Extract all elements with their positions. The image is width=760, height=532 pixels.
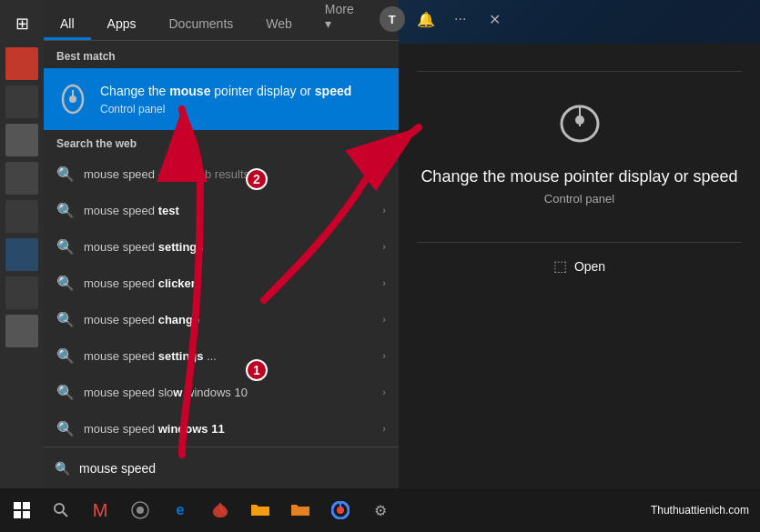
web-section-label: Search the web (44, 137, 399, 156)
left-sidebar: ⊞ (0, 0, 44, 488)
svg-point-9 (137, 507, 144, 514)
list-item[interactable]: 🔍 mouse speed test › (44, 192, 399, 228)
arrow-right-icon: › (382, 423, 386, 434)
tab-all[interactable]: All (44, 9, 91, 40)
web-item-text: mouse speed change (84, 313, 382, 326)
arrow-right-icon: › (382, 277, 386, 288)
search-icon: 🔍 (56, 274, 75, 292)
open-button[interactable]: ⬚ Open (544, 252, 614, 280)
svg-rect-5 (575, 115, 584, 125)
taskbar-icons: M e ⚙ (82, 492, 399, 528)
taskbar-search-icon[interactable] (44, 488, 78, 532)
open-icon: ⬚ (553, 257, 567, 275)
sidebar-icon-7[interactable] (5, 276, 38, 309)
open-label: Open (574, 259, 605, 274)
taskbar-chrome-icon[interactable] (322, 492, 359, 528)
taskbar-folder-icon[interactable] (242, 492, 279, 528)
close-icon[interactable]: ✕ (481, 5, 509, 33)
taskbar-mail-icon[interactable]: M (82, 492, 118, 528)
list-item[interactable]: 🔍 mouse speed slow windows 10 › (44, 374, 399, 410)
best-match-label: Best match (44, 50, 399, 68)
right-panel: Change the mouse pointer display or spee… (399, 44, 760, 488)
web-item-text: mouse speed slow windows 10 (84, 386, 382, 399)
web-item-text: mouse speed windows 11 (84, 422, 382, 436)
arrow-right-icon: › (382, 241, 386, 252)
svg-point-2 (69, 95, 76, 103)
arrow-right-icon: › (382, 314, 386, 325)
right-panel-subtitle: Control panel (544, 192, 614, 206)
search-input[interactable] (79, 461, 388, 476)
tab-web[interactable]: Web (249, 9, 309, 40)
taskbar-settings-icon[interactable]: ⚙ (362, 492, 399, 528)
best-match-control-panel-icon (56, 83, 89, 115)
best-match-title: Change the mouse pointer display or spee… (100, 83, 386, 99)
taskbar-right: Thuthuattienich.com (651, 504, 760, 517)
web-item-text: mouse speed settings ... (84, 349, 382, 363)
best-match-section: Best match Change the mouse pointer disp… (44, 41, 399, 130)
list-item[interactable]: 🔍 mouse speed change › (44, 301, 399, 337)
search-icon: 🔍 (56, 201, 75, 219)
taskbar-watermark: Thuthuattienich.com (651, 504, 749, 517)
arrow-right-icon: › (382, 386, 386, 397)
search-icon: 🔍 (56, 419, 75, 437)
web-item-text: mouse speed test (84, 204, 382, 217)
sidebar-icon-8[interactable] (5, 315, 38, 347)
arrow-right-icon: › (382, 205, 386, 216)
search-box: 🔍 (44, 447, 399, 488)
best-match-text: Change the mouse pointer display or spee… (100, 83, 386, 115)
badge-1: 1 (246, 359, 268, 381)
more-options-icon[interactable]: ··· (447, 5, 474, 33)
sidebar-home-icon[interactable]: ⊞ (2, 4, 42, 44)
tabs-right-area: T 🔔 ··· ✕ (370, 5, 518, 40)
list-item[interactable]: 🔍 mouse speed settings › (44, 228, 399, 265)
tab-more[interactable]: More ▾ (309, 0, 370, 40)
best-match-subtitle: Control panel (100, 103, 386, 115)
search-icon: 🔍 (56, 346, 75, 365)
tab-apps[interactable]: Apps (91, 9, 153, 40)
taskbar-icon-4[interactable] (202, 492, 238, 528)
sidebar-icon-3[interactable] (5, 124, 38, 156)
web-item-text: mouse speed clicker (84, 276, 382, 290)
list-item[interactable]: 🔍 mouse speed windows 11 › (44, 410, 399, 447)
best-match-item[interactable]: Change the mouse pointer display or spee… (44, 68, 399, 130)
search-icon: 🔍 (56, 165, 75, 183)
svg-point-11 (337, 507, 344, 514)
sidebar-icon-1[interactable] (5, 47, 38, 80)
search-box-icon: 🔍 (55, 461, 70, 476)
search-icon: 🔍 (56, 310, 75, 328)
taskbar-edge-icon[interactable]: e (162, 492, 198, 528)
web-item-text: mouse speed - See web results (84, 167, 382, 181)
search-panel: All Apps Documents Web More ▾ T 🔔 ··· ✕ … (44, 0, 399, 488)
taskbar: M e ⚙ Thuthuattienich.com (0, 488, 760, 532)
arrow-right-icon: › (382, 168, 386, 179)
web-section: Search the web 🔍 mouse speed - See web r… (44, 130, 399, 447)
list-item[interactable]: 🔍 mouse speed clicker › (44, 265, 399, 301)
user-avatar: T (380, 6, 405, 32)
list-item[interactable]: 🔍 mouse speed settings ... › (44, 337, 399, 374)
search-icon: 🔍 (56, 237, 75, 256)
top-divider (417, 71, 742, 72)
badge-2: 2 (246, 168, 268, 190)
tabs-bar: All Apps Documents Web More ▾ T 🔔 ··· ✕ (44, 0, 399, 41)
taskbar-folder2-icon[interactable] (282, 492, 319, 528)
sidebar-icon-5[interactable] (5, 200, 38, 233)
sidebar-icon-2[interactable] (5, 85, 38, 118)
windows-logo-icon (14, 502, 30, 518)
list-item[interactable]: 🔍 mouse speed - See web results › (44, 156, 399, 192)
feedback-icon[interactable]: 🔔 (412, 5, 440, 33)
web-item-text: mouse speed settings (84, 240, 382, 254)
arrow-right-icon: › (382, 350, 386, 361)
right-panel-title: Change the mouse pointer display or spee… (421, 167, 737, 186)
mouse-icon-container (548, 99, 612, 153)
svg-point-6 (55, 504, 64, 513)
sidebar-icon-4[interactable] (5, 162, 38, 195)
tab-documents[interactable]: Documents (152, 9, 249, 40)
start-button[interactable] (0, 488, 44, 532)
taskbar-icon-2[interactable] (122, 492, 158, 528)
svg-line-7 (63, 512, 67, 517)
mouse-icon (548, 99, 612, 149)
search-icon: 🔍 (56, 383, 75, 401)
sidebar-icon-6[interactable] (5, 238, 38, 271)
right-panel-divider (417, 242, 742, 243)
